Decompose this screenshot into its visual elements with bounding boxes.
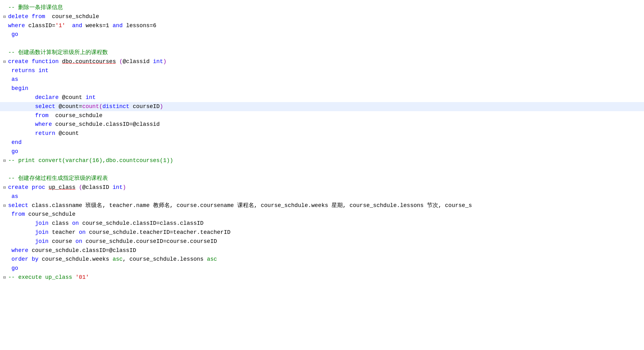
comment-print: -- print convert(varchar(16),dbo.countco… [8, 156, 173, 165]
collapse-icon-19[interactable] [3, 166, 8, 173]
space [38, 255, 42, 264]
kw-distinct: distinct [103, 102, 129, 111]
collapse-icon-26[interactable] [3, 229, 8, 236]
comment-text-3: -- [8, 174, 18, 183]
kw-declare: declare [35, 93, 59, 102]
space [49, 228, 52, 237]
collapse-icon-16[interactable] [3, 139, 8, 146]
field-weeks: weeks=1 [85, 21, 109, 30]
collapse-icon-11[interactable] [3, 94, 8, 101]
collapse-icon-14[interactable] [3, 121, 8, 128]
space [106, 201, 109, 210]
collapse-icon-17[interactable] [3, 148, 8, 155]
kw-on-1: on [72, 219, 79, 228]
collapse-icon-9[interactable] [3, 76, 8, 83]
field-lessons-2: course_schdule.lessons [350, 201, 424, 210]
param-classid: @classid [123, 57, 149, 66]
var-count-1: @count [62, 93, 82, 102]
field-classid-1: classID= [28, 21, 55, 30]
code-line-20: -- 创建存储过程生成指定班级的课程表 [0, 174, 644, 183]
kw-asc-2: asc [207, 255, 217, 264]
code-line-26: join teacher on course_schdule.teacherID… [0, 228, 644, 237]
space [116, 57, 119, 66]
kw-join-3: join [35, 237, 48, 246]
collapse-icon-24[interactable] [3, 211, 8, 218]
code-line-11: declare @count int [0, 93, 644, 102]
space [150, 57, 153, 66]
string-01: '01' [75, 273, 89, 282]
collapse-icon-1[interactable] [3, 4, 8, 11]
var-count-assign: @count= [59, 102, 82, 111]
collapse-icon-23[interactable]: ⊟ [3, 202, 8, 209]
collapse-icon-13[interactable] [3, 112, 8, 119]
indent-spaces-2 [8, 219, 35, 228]
func-count: count [82, 102, 99, 111]
param-classid-2: @classID [82, 183, 109, 192]
space [109, 255, 113, 264]
kw-on-2: on [79, 228, 86, 237]
collapse-icon-20[interactable] [3, 175, 8, 182]
space [79, 219, 82, 228]
collapse-icon-5[interactable] [3, 40, 8, 47]
func-name-countcourses: dbo.countcourses [62, 57, 116, 66]
kw-and-2: and [113, 21, 123, 30]
collapse-icon-18[interactable]: ⊟ [3, 157, 8, 164]
kw-create-2: create [8, 183, 28, 192]
collapse-icon-3[interactable] [3, 22, 8, 29]
space [86, 228, 89, 237]
space-indent [8, 147, 12, 156]
collapse-icon-25[interactable] [3, 220, 8, 227]
kw-from-2: from [35, 111, 48, 120]
kw-asc-1: asc [113, 255, 123, 264]
code-line-22: as [0, 192, 644, 201]
kw-and-1: and [72, 21, 82, 30]
kw-as-1: as [12, 75, 18, 84]
code-line-29: order by course_schdule.weeks asc, cours… [0, 255, 644, 264]
space [59, 93, 62, 102]
code-line-25: join class on course_schdule.classID=cla… [0, 219, 644, 228]
space [346, 201, 350, 210]
space [45, 12, 52, 21]
code-line-27: join course on course_schdule.courseID=c… [0, 237, 644, 246]
indent-spaces [8, 93, 35, 102]
code-line-15: return @count [0, 129, 644, 138]
collapse-icon-30[interactable] [3, 265, 8, 272]
space [234, 201, 237, 210]
collapse-icon-31[interactable]: ⊟ [3, 274, 8, 281]
collapse-icon-28[interactable] [3, 247, 8, 254]
collapse-icon-6[interactable] [3, 49, 8, 56]
space [55, 129, 59, 138]
collapse-icon-22[interactable] [3, 193, 8, 200]
kw-join-1: join [35, 219, 48, 228]
field-teachername: teacher.name [109, 201, 150, 210]
collapse-icon-2[interactable]: ⊟ [3, 13, 8, 20]
kw-function: function [32, 57, 59, 66]
alias-weeks: 星期, [332, 201, 346, 210]
field-classname: class.classname [32, 201, 82, 210]
code-line-17: go [0, 147, 644, 156]
code-line-10: begin [0, 84, 644, 93]
kw-returns: returns [12, 66, 35, 75]
code-line-16: end [0, 138, 644, 147]
table-class: class [52, 219, 69, 228]
collapse-icon-4[interactable] [3, 31, 8, 38]
indent-spaces [8, 120, 35, 129]
collapse-icon-8[interactable] [3, 67, 8, 74]
indent-spaces [8, 102, 35, 111]
collapse-icon-7[interactable]: ⊟ [3, 58, 8, 65]
paren-open-2: ( [99, 102, 103, 111]
code-line-5 [0, 39, 644, 48]
collapse-icon-21[interactable]: ⊟ [3, 184, 8, 191]
space [55, 102, 59, 111]
kw-where-1: where [8, 21, 25, 30]
collapse-icon-27[interactable] [3, 238, 8, 245]
collapse-icon-15[interactable] [3, 130, 8, 137]
collapse-icon-12[interactable] [3, 103, 8, 110]
space [150, 201, 153, 210]
collapse-icon-29[interactable] [3, 256, 8, 263]
type-int-1: int [153, 57, 163, 66]
kw-where-2: where [35, 120, 52, 129]
alias-lessons: 节次, [427, 201, 442, 210]
space-indent [8, 210, 12, 219]
collapse-icon-10[interactable] [3, 85, 8, 92]
